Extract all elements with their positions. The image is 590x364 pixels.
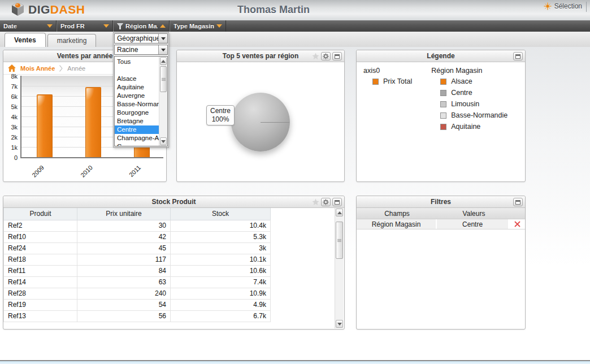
gear-icon bbox=[323, 199, 329, 205]
filter-type-magasin[interactable]: Type Magasin bbox=[170, 20, 226, 32]
close-icon bbox=[514, 221, 520, 227]
scroll-thumb[interactable] bbox=[336, 222, 343, 259]
stock-table-container: Produit Prix unitaire Stock Ref23010.4kR… bbox=[3, 208, 344, 329]
dropdown-button[interactable] bbox=[158, 34, 167, 43]
legend-swatch bbox=[440, 79, 446, 85]
region-option[interactable]: Centre bbox=[115, 125, 159, 134]
legend-column-axis0: axis0Prix Total bbox=[363, 67, 412, 134]
cell-stock: 10.1k bbox=[171, 254, 271, 265]
favorite-star-icon[interactable] bbox=[312, 53, 319, 60]
cell-produit: Ref28 bbox=[4, 288, 77, 299]
col-prix-unitaire[interactable]: Prix unitaire bbox=[77, 208, 171, 220]
cell-produit: Ref18 bbox=[4, 254, 77, 265]
scroll-down-button[interactable] bbox=[336, 320, 343, 328]
region-option[interactable]: C bbox=[115, 142, 159, 146]
hierarchy-select[interactable]: Géographique bbox=[114, 33, 168, 44]
page-title: Thomas Martin bbox=[237, 4, 310, 16]
remove-filter-button[interactable] bbox=[509, 219, 525, 229]
panel-legende: Légende axis0Prix Total Région MagasinAl… bbox=[356, 50, 526, 182]
region-option[interactable]: Basse-Normand bbox=[115, 100, 159, 109]
y-tick-label: 2k bbox=[11, 134, 18, 141]
region-filter-dropdown: Géographique Racine Tous AlsaceAquitaine… bbox=[113, 32, 169, 148]
settings-button[interactable] bbox=[321, 52, 331, 60]
funnel-icon bbox=[117, 23, 123, 29]
arrow-down-icon bbox=[161, 140, 166, 143]
cell-produit: Ref14 bbox=[4, 276, 77, 288]
cell-stock: 4.9k bbox=[171, 299, 271, 310]
tab-ventes[interactable]: Ventes bbox=[5, 33, 46, 47]
home-icon[interactable] bbox=[8, 64, 16, 72]
table-row[interactable]: Ref13566.7k bbox=[4, 310, 271, 322]
region-option[interactable] bbox=[115, 66, 159, 75]
scroll-up-button[interactable] bbox=[336, 209, 343, 216]
filters-table-header: Champs Valeurs bbox=[357, 208, 525, 219]
col-produit[interactable]: Produit bbox=[4, 208, 77, 220]
breadcrumb-annee[interactable]: Année bbox=[67, 65, 85, 72]
scroll-up-button[interactable] bbox=[160, 57, 167, 65]
maximize-icon bbox=[335, 200, 340, 205]
table-row[interactable]: Ref2824010.9k bbox=[4, 288, 271, 299]
table-row[interactable]: Ref24453k bbox=[4, 242, 271, 254]
stock-scrollbar[interactable] bbox=[335, 208, 344, 328]
scroll-thumb[interactable] bbox=[160, 66, 167, 92]
cell-prix: 56 bbox=[77, 310, 171, 322]
table-row[interactable]: Ref1811710.1k bbox=[4, 254, 271, 265]
arrow-up-icon bbox=[161, 60, 166, 63]
table-row[interactable]: Ref19544.9k bbox=[4, 299, 271, 310]
filter-prod-fr[interactable]: Prod FR bbox=[57, 20, 113, 32]
tab-strip: Ventes marketing bbox=[0, 32, 590, 47]
legend-label: Basse-Normandie bbox=[451, 111, 507, 119]
panel-top5-ventes-region: Top 5 ventes par région bbox=[176, 50, 345, 182]
list-scrollbar[interactable] bbox=[159, 57, 167, 146]
tab-marketing[interactable]: marketing bbox=[47, 34, 97, 47]
maximize-button[interactable] bbox=[332, 52, 342, 60]
legend-label: Centre bbox=[451, 89, 472, 97]
filter-region-magasin[interactable]: Région Ma... bbox=[113, 20, 170, 32]
gear-icon bbox=[323, 53, 329, 59]
table-row[interactable]: Ref118410.6k bbox=[4, 265, 271, 276]
arrow-up-icon bbox=[337, 211, 342, 214]
panel-actions bbox=[513, 198, 523, 206]
panel-actions bbox=[312, 198, 342, 206]
region-listbox: Tous AlsaceAquitaineAuvergneBasse-Norman… bbox=[114, 56, 168, 146]
y-axis-labels: 01k2k3k4k5k6k7k8k bbox=[3, 76, 19, 158]
selection-button[interactable]: Sélection bbox=[544, 2, 582, 10]
pie-chart: Centre 100% bbox=[177, 62, 344, 181]
scroll-down-button[interactable] bbox=[160, 137, 167, 145]
panel-titlebar: Top 5 ventes par région bbox=[177, 50, 344, 62]
app-header: DIGDASH Thomas Martin Sélection bbox=[0, 0, 590, 20]
region-option[interactable]: Aquitaine bbox=[115, 83, 159, 92]
favorite-star-icon[interactable] bbox=[312, 198, 319, 206]
y-tick-label: 3k bbox=[11, 124, 18, 131]
cell-stock: 10.6k bbox=[171, 265, 271, 276]
breadcrumb-mois-annee[interactable]: Mois Année bbox=[20, 65, 55, 72]
panel-actions bbox=[312, 52, 342, 60]
x-tick-label: 2009 bbox=[31, 164, 45, 179]
region-option[interactable]: Champagne-Ar bbox=[115, 134, 159, 142]
region-option[interactable]: Bourgogne bbox=[115, 109, 159, 117]
legend-item: Limousin bbox=[440, 100, 507, 108]
region-option[interactable]: Tous bbox=[115, 58, 159, 66]
bar-2010[interactable] bbox=[85, 87, 101, 157]
cell-prix: 84 bbox=[77, 265, 171, 276]
legend-item: Basse-Normandie bbox=[440, 111, 507, 119]
bar-2009[interactable] bbox=[37, 94, 53, 157]
settings-button[interactable] bbox=[321, 198, 331, 206]
dropdown-button[interactable] bbox=[158, 45, 167, 54]
maximize-button[interactable] bbox=[513, 198, 523, 206]
table-row[interactable]: Ref10425.3k bbox=[4, 231, 271, 242]
maximize-button[interactable] bbox=[513, 52, 523, 60]
region-option[interactable]: Bretagne bbox=[115, 117, 159, 125]
col-stock[interactable]: Stock bbox=[171, 208, 271, 220]
col-valeurs: Valeurs bbox=[437, 208, 510, 219]
maximize-button[interactable] bbox=[332, 198, 342, 206]
table-row[interactable]: Ref14637.4k bbox=[4, 276, 271, 288]
filter-date[interactable]: Date bbox=[0, 20, 57, 32]
table-row[interactable]: Ref23010.4k bbox=[4, 220, 271, 231]
level-select[interactable]: Racine bbox=[114, 45, 168, 55]
region-option[interactable]: Alsace bbox=[115, 75, 159, 83]
grip-icon bbox=[162, 78, 166, 81]
region-option[interactable]: Auvergne bbox=[115, 92, 159, 100]
y-tick-label: 5k bbox=[11, 103, 18, 110]
y-tick-label: 8k bbox=[11, 73, 18, 80]
